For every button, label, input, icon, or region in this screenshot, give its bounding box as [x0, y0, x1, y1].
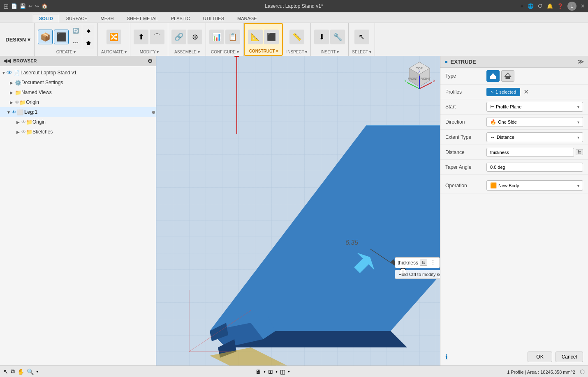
tab-surface[interactable]: SURFACE: [60, 14, 94, 23]
close-button[interactable]: ✕: [581, 3, 585, 9]
press-pull-icon[interactable]: ⬆: [134, 30, 148, 44]
modify-label[interactable]: MODIFY ▾: [140, 50, 159, 54]
new-component-icon[interactable]: 📦: [38, 30, 53, 44]
view-options-icon[interactable]: ◫: [280, 368, 285, 375]
extent-type-dropdown[interactable]: ↔ Distance: [486, 132, 583, 142]
operation-dropdown[interactable]: 🟧 New Body: [486, 180, 583, 191]
tree-item-origin[interactable]: ▶ 👁 📁 Origin: [0, 97, 156, 107]
operation-row: Operation 🟧 New Body: [440, 178, 588, 193]
zoom-out-icon[interactable]: 🔍: [27, 368, 34, 375]
table-icon[interactable]: 📊: [209, 30, 224, 44]
inspect-label[interactable]: INSPECT ▾: [286, 50, 307, 54]
profiles-clear-button[interactable]: ✕: [522, 88, 530, 96]
avatar[interactable]: U: [567, 2, 576, 11]
cursor-tool-icon[interactable]: ↖: [3, 368, 8, 375]
automate-icon[interactable]: 🔀: [106, 30, 121, 44]
display-mode-icon[interactable]: 🖥: [255, 368, 261, 375]
display-dropdown-icon[interactable]: ▾: [264, 369, 266, 374]
insert-label[interactable]: INSERT ▾: [321, 50, 339, 54]
start-dropdown[interactable]: ⊢ Profile Plane: [486, 102, 583, 112]
tree-item-root[interactable]: ▼ 👁 📄 Lasercut Laptop Stand v1: [0, 68, 156, 78]
leg1-sketches-eye-icon[interactable]: 👁: [21, 129, 26, 134]
view-dropdown-icon[interactable]: ▾: [288, 369, 290, 374]
tab-utilities[interactable]: UTILITIES: [197, 14, 230, 23]
sweep-icon[interactable]: 〰: [70, 37, 81, 49]
distance-input[interactable]: thickness: [486, 148, 574, 157]
leg1-origin-eye-icon[interactable]: 👁: [21, 120, 26, 124]
tab-manage[interactable]: MANAGE: [231, 14, 263, 23]
construct-label[interactable]: CONSTRUCT ▾: [249, 49, 278, 53]
clock-icon[interactable]: ⏱: [538, 3, 543, 9]
tree-item-named-views[interactable]: ▶ 📁 Named Views: [0, 87, 156, 97]
taper-angle-input[interactable]: 0.0 deg: [486, 163, 583, 172]
fx-badge[interactable]: fx: [420, 260, 427, 266]
hand-tool-icon[interactable]: ✋: [17, 368, 24, 375]
type-btn-extrude[interactable]: [486, 70, 500, 82]
offset-plane-icon[interactable]: 📐: [248, 30, 263, 44]
home-icon[interactable]: 🏠: [42, 3, 48, 9]
apps-icon[interactable]: ⊞: [3, 2, 9, 10]
thickness-input-box[interactable]: thickness fx ⋮: [395, 257, 440, 268]
select-icon[interactable]: ↖: [354, 30, 369, 44]
tree-item-leg1-sketches[interactable]: ▶ 👁 📁 Sketches: [0, 127, 156, 137]
midplane-icon[interactable]: ⬛: [264, 30, 279, 44]
leg1-eye-icon[interactable]: 👁: [12, 110, 16, 115]
zoom-in-dropdown-icon[interactable]: ▾: [36, 369, 38, 374]
rules-icon[interactable]: 📋: [225, 30, 240, 44]
plus-tab-icon[interactable]: +: [521, 3, 523, 9]
question-icon[interactable]: ❓: [557, 3, 563, 9]
design-button[interactable]: DESIGN ▾: [2, 23, 35, 56]
profiles-select-button[interactable]: ↖ 1 selected: [486, 88, 520, 96]
type-btn-thin[interactable]: [501, 70, 514, 82]
tree-item-doc-settings[interactable]: ▶ ⚙️ Document Settings: [0, 78, 156, 87]
root-eye-icon[interactable]: 👁: [7, 69, 12, 76]
browser-close-icon[interactable]: ⊖: [148, 57, 153, 64]
automate-label[interactable]: AUTOMATE ▾: [101, 50, 127, 54]
panel-expand-icon[interactable]: ≫: [578, 58, 584, 65]
measure-icon[interactable]: 📏: [289, 30, 304, 44]
ok-button[interactable]: OK: [528, 352, 552, 362]
grid-dropdown-icon[interactable]: ▾: [275, 369, 278, 374]
tab-plastic[interactable]: PLASTIC: [165, 14, 196, 23]
doc-settings-icon: ⚙️: [15, 80, 21, 86]
rib-icon[interactable]: ⬟: [83, 37, 94, 49]
tab-solid[interactable]: SOLID: [33, 14, 59, 23]
distance-fx-badge[interactable]: fx: [576, 149, 583, 155]
direction-dropdown[interactable]: 🔥 One Side: [486, 117, 583, 127]
grid-toggle-icon[interactable]: ⊞: [268, 368, 273, 375]
tab-sheet-metal[interactable]: SHEET METAL: [120, 14, 164, 23]
insert-derive-icon[interactable]: ⬇: [314, 30, 329, 44]
cancel-button[interactable]: Cancel: [556, 352, 583, 362]
thickness-input-value[interactable]: thickness: [398, 260, 418, 266]
extent-chevron: [577, 135, 579, 140]
tree-item-leg1-origin[interactable]: ▶ 👁 📁 Origin: [0, 117, 156, 127]
assemble-label[interactable]: ASSEMBLE ▾: [174, 50, 200, 54]
tree-arrow-origin: ▶: [10, 100, 15, 105]
file-icon[interactable]: 📄: [11, 3, 17, 9]
undo-icon[interactable]: ↩: [28, 3, 32, 9]
save-icon[interactable]: 💾: [20, 3, 26, 9]
configure-label[interactable]: CONFIGURE ▾: [211, 50, 239, 54]
origin-eye-icon[interactable]: 👁: [15, 100, 19, 105]
fillet-icon[interactable]: ⌒: [150, 30, 164, 44]
extrude-icon[interactable]: ⬛: [54, 30, 69, 44]
loft-icon[interactable]: ◆: [83, 25, 94, 37]
select-label[interactable]: SELECT ▾: [352, 50, 371, 54]
info-icon[interactable]: ℹ: [445, 353, 448, 361]
copy-tool-icon[interactable]: ⧉: [11, 368, 15, 375]
viewport[interactable]: 6.35 thickness fx ⋮: [156, 56, 440, 366]
joint-origin-icon[interactable]: ⊕: [188, 30, 202, 44]
tree-item-leg1[interactable]: ▼ 👁 ⬜ Leg:1 ⏺: [0, 107, 156, 117]
create-label[interactable]: CREATE ▾: [56, 50, 76, 54]
joint-icon[interactable]: 🔗: [171, 30, 186, 44]
redo-icon[interactable]: ↪: [35, 3, 39, 9]
tab-mesh[interactable]: MESH: [95, 14, 120, 23]
notification-icon[interactable]: 🔔: [547, 3, 553, 9]
leg1-record-icon[interactable]: ⏺: [151, 110, 156, 115]
axes-widget[interactable]: TOP RIGHT FRONT X Y Z: [403, 60, 436, 93]
more-options-button[interactable]: ⋮: [429, 259, 437, 267]
insert-mcad-icon[interactable]: 🔧: [330, 30, 345, 44]
revolve-icon[interactable]: 🔄: [70, 25, 81, 37]
browser-collapse-icon[interactable]: ◀◀: [3, 58, 11, 64]
help-icon[interactable]: 🌐: [528, 3, 534, 9]
